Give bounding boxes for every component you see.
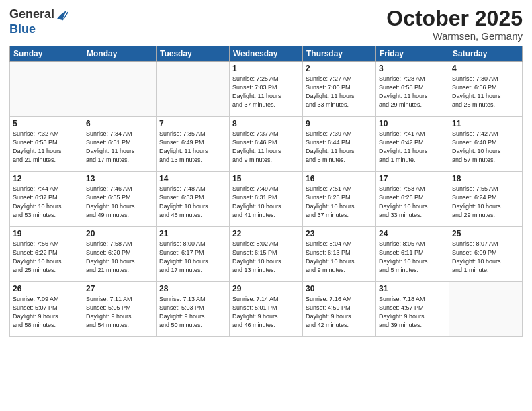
day-number: 22 [232,229,300,238]
logo: General Blue [9,7,68,36]
day-number: 9 [306,119,373,128]
table-row: 19Sunrise: 7:56 AM Sunset: 6:22 PM Dayli… [10,227,83,282]
table-row: 22Sunrise: 8:02 AM Sunset: 6:15 PM Dayli… [230,227,303,282]
day-info: Sunrise: 8:04 AM Sunset: 6:13 PM Dayligh… [306,240,373,275]
day-number: 8 [232,119,300,128]
table-row: 21Sunrise: 8:00 AM Sunset: 6:17 PM Dayli… [157,227,230,282]
table-row: 13Sunrise: 7:46 AM Sunset: 6:35 PM Dayli… [83,172,157,227]
table-row [10,62,83,117]
day-number: 20 [86,229,153,238]
day-info: Sunrise: 7:18 AM Sunset: 4:57 PM Dayligh… [379,295,446,330]
col-wednesday: Wednesday [230,46,303,62]
day-info: Sunrise: 8:02 AM Sunset: 6:15 PM Dayligh… [232,240,300,275]
day-info: Sunrise: 7:30 AM Sunset: 6:56 PM Dayligh… [452,75,519,109]
calendar-table: Sunday Monday Tuesday Wednesday Thursday… [9,46,523,337]
day-info: Sunrise: 7:34 AM Sunset: 6:51 PM Dayligh… [86,130,153,165]
day-info: Sunrise: 8:05 AM Sunset: 6:11 PM Dayligh… [379,240,446,275]
table-row: 15Sunrise: 7:49 AM Sunset: 6:31 PM Dayli… [230,172,303,227]
calendar-week-row: 5Sunrise: 7:32 AM Sunset: 6:53 PM Daylig… [10,117,523,172]
day-info: Sunrise: 7:56 AM Sunset: 6:22 PM Dayligh… [13,240,80,275]
day-info: Sunrise: 7:35 AM Sunset: 6:49 PM Dayligh… [159,130,226,165]
day-number: 3 [379,64,446,73]
table-row: 31Sunrise: 7:18 AM Sunset: 4:57 PM Dayli… [376,282,449,337]
day-number: 13 [86,174,153,183]
day-info: Sunrise: 7:49 AM Sunset: 6:31 PM Dayligh… [232,185,300,220]
day-info: Sunrise: 7:25 AM Sunset: 7:03 PM Dayligh… [232,75,300,109]
table-row: 17Sunrise: 7:53 AM Sunset: 6:26 PM Dayli… [376,172,449,227]
table-row: 11Sunrise: 7:42 AM Sunset: 6:40 PM Dayli… [449,117,523,172]
day-info: Sunrise: 7:44 AM Sunset: 6:37 PM Dayligh… [13,185,80,220]
table-row: 7Sunrise: 7:35 AM Sunset: 6:49 PM Daylig… [157,117,230,172]
col-thursday: Thursday [303,46,376,62]
table-row [157,62,230,117]
table-row: 8Sunrise: 7:37 AM Sunset: 6:46 PM Daylig… [230,117,303,172]
day-number: 4 [452,64,519,73]
table-row: 1Sunrise: 7:25 AM Sunset: 7:03 PM Daylig… [230,62,303,117]
col-tuesday: Tuesday [157,46,230,62]
table-row: 20Sunrise: 7:58 AM Sunset: 6:20 PM Dayli… [83,227,157,282]
table-row: 4Sunrise: 7:30 AM Sunset: 6:56 PM Daylig… [449,62,523,117]
col-saturday: Saturday [449,46,523,62]
table-row: 18Sunrise: 7:55 AM Sunset: 6:24 PM Dayli… [449,172,523,227]
table-row: 26Sunrise: 7:09 AM Sunset: 5:07 PM Dayli… [10,282,83,337]
page: General Blue October 2025 Warmsen, Germa… [0,0,532,411]
day-info: Sunrise: 7:16 AM Sunset: 4:59 PM Dayligh… [306,295,373,330]
table-row: 23Sunrise: 8:04 AM Sunset: 6:13 PM Dayli… [303,227,376,282]
table-row: 29Sunrise: 7:14 AM Sunset: 5:01 PM Dayli… [230,282,303,337]
logo-blue-text: Blue [9,23,68,36]
table-row [449,282,523,337]
day-info: Sunrise: 7:28 AM Sunset: 6:58 PM Dayligh… [379,75,446,109]
day-info: Sunrise: 7:58 AM Sunset: 6:20 PM Dayligh… [86,240,153,275]
day-number: 2 [306,64,373,73]
table-row: 12Sunrise: 7:44 AM Sunset: 6:37 PM Dayli… [10,172,83,227]
day-info: Sunrise: 7:37 AM Sunset: 6:46 PM Dayligh… [232,130,300,165]
table-row: 9Sunrise: 7:39 AM Sunset: 6:44 PM Daylig… [303,117,376,172]
day-number: 15 [232,174,300,183]
day-info: Sunrise: 7:09 AM Sunset: 5:07 PM Dayligh… [13,295,80,330]
col-monday: Monday [83,46,157,62]
day-info: Sunrise: 7:51 AM Sunset: 6:28 PM Dayligh… [306,185,373,220]
day-number: 7 [159,119,226,128]
table-row: 24Sunrise: 8:05 AM Sunset: 6:11 PM Dayli… [376,227,449,282]
table-row: 2Sunrise: 7:27 AM Sunset: 7:00 PM Daylig… [303,62,376,117]
table-row: 6Sunrise: 7:34 AM Sunset: 6:51 PM Daylig… [83,117,157,172]
day-number: 23 [306,229,373,238]
day-info: Sunrise: 7:32 AM Sunset: 6:53 PM Dayligh… [13,130,80,165]
day-info: Sunrise: 8:00 AM Sunset: 6:17 PM Dayligh… [159,240,226,275]
day-info: Sunrise: 8:07 AM Sunset: 6:09 PM Dayligh… [452,240,519,275]
day-info: Sunrise: 7:41 AM Sunset: 6:42 PM Dayligh… [379,130,446,165]
day-number: 17 [379,174,446,183]
day-number: 24 [379,229,446,238]
day-info: Sunrise: 7:14 AM Sunset: 5:01 PM Dayligh… [232,295,300,330]
day-info: Sunrise: 7:46 AM Sunset: 6:35 PM Dayligh… [86,185,153,220]
calendar-week-row: 1Sunrise: 7:25 AM Sunset: 7:03 PM Daylig… [10,62,523,117]
day-info: Sunrise: 7:13 AM Sunset: 5:03 PM Dayligh… [159,295,226,330]
table-row: 16Sunrise: 7:51 AM Sunset: 6:28 PM Dayli… [303,172,376,227]
table-row: 10Sunrise: 7:41 AM Sunset: 6:42 PM Dayli… [376,117,449,172]
table-row: 5Sunrise: 7:32 AM Sunset: 6:53 PM Daylig… [10,117,83,172]
day-number: 1 [232,64,300,73]
day-info: Sunrise: 7:53 AM Sunset: 6:26 PM Dayligh… [379,185,446,220]
day-number: 16 [306,174,373,183]
day-number: 6 [86,119,153,128]
table-row: 3Sunrise: 7:28 AM Sunset: 6:58 PM Daylig… [376,62,449,117]
calendar-week-row: 26Sunrise: 7:09 AM Sunset: 5:07 PM Dayli… [10,282,523,337]
header: General Blue October 2025 Warmsen, Germa… [9,7,523,42]
table-row: 27Sunrise: 7:11 AM Sunset: 5:05 PM Dayli… [83,282,157,337]
col-sunday: Sunday [10,46,83,62]
day-number: 27 [86,284,153,293]
calendar-week-row: 19Sunrise: 7:56 AM Sunset: 6:22 PM Dayli… [10,227,523,282]
day-number: 14 [159,174,226,183]
day-number: 5 [13,119,80,128]
location: Warmsen, Germany [386,30,523,42]
day-info: Sunrise: 7:42 AM Sunset: 6:40 PM Dayligh… [452,130,519,165]
logo-bird-icon [56,7,68,23]
month-title: October 2025 [386,7,523,30]
calendar-week-row: 12Sunrise: 7:44 AM Sunset: 6:37 PM Dayli… [10,172,523,227]
day-number: 12 [13,174,80,183]
day-number: 29 [232,284,300,293]
day-info: Sunrise: 7:39 AM Sunset: 6:44 PM Dayligh… [306,130,373,165]
day-number: 11 [452,119,519,128]
day-info: Sunrise: 7:27 AM Sunset: 7:00 PM Dayligh… [306,75,373,109]
day-info: Sunrise: 7:11 AM Sunset: 5:05 PM Dayligh… [86,295,153,330]
